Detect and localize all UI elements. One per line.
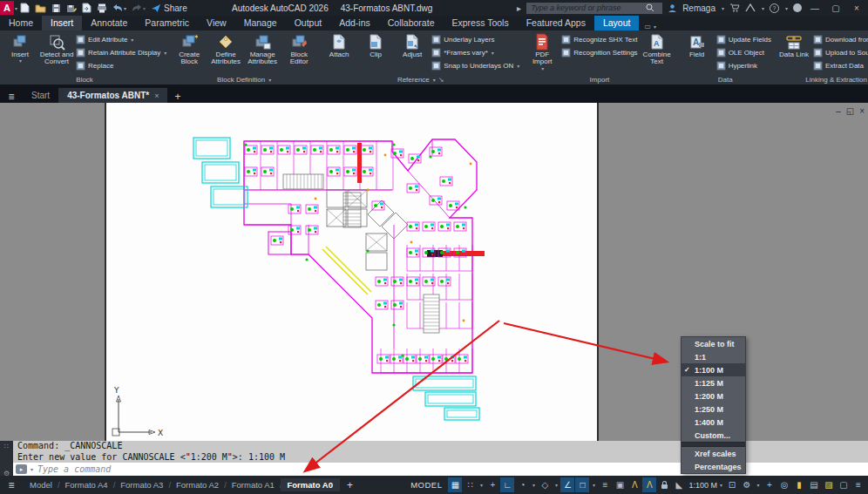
hyperlink-button[interactable]: Hyperlink <box>716 59 771 71</box>
scale-menu-item-percentages[interactable]: Percentages <box>682 460 745 473</box>
polar-tracking-icon[interactable]: ◔ <box>515 477 529 492</box>
annotation-visibility-icon[interactable]: Λ <box>627 477 641 492</box>
layout-tabs-menu-icon[interactable]: ≡ <box>0 479 23 491</box>
annotation-autoscale-icon[interactable]: Λ <box>642 477 656 492</box>
layout-tab-formato-a3[interactable]: Formato A3 <box>113 478 170 491</box>
file-tabs-menu-icon[interactable]: ≡ <box>0 91 23 103</box>
pdf-import-button[interactable]: PDF Import▾ <box>525 32 559 71</box>
save-icon[interactable] <box>49 0 64 16</box>
panel-label-reference[interactable]: Reference▾↘ <box>319 74 522 85</box>
layout-tab-formato-a0[interactable]: Formato A0 <box>281 478 340 491</box>
scale-menu-item-1-250-m[interactable]: 1:250 M <box>682 403 745 416</box>
user-caret-icon[interactable]: ▾ <box>722 5 724 11</box>
command-history-icon[interactable]: ∷ <box>4 443 9 450</box>
graphics-performance-icon[interactable]: ▮ <box>792 477 806 492</box>
define-attributes-button[interactable]: Define Attributes <box>208 32 243 66</box>
annotation-monitor-icon[interactable]: + <box>763 477 776 492</box>
scale-menu-item-1-100-m[interactable]: ✓1:100 M <box>682 363 745 376</box>
combine-text-button[interactable]: ACombine Text <box>640 32 675 66</box>
scale-menu-item-scale-to-fit[interactable]: Scale to fit <box>682 337 745 350</box>
frames-vary-button[interactable]: *Frames vary*▾ <box>431 46 519 58</box>
layout-tab-formato-a1[interactable]: Formato A1 <box>225 478 281 491</box>
vp-restore-button[interactable]: ◱ <box>846 106 854 116</box>
ribbon-tab-featured-apps[interactable]: Featured Apps <box>518 16 594 30</box>
detect-and-convert-button[interactable]: Detect and Convert <box>39 32 74 66</box>
model-paper-toggle[interactable]: MODEL <box>405 480 447 490</box>
workspace-gear-caret-icon[interactable]: ▾ <box>755 482 762 488</box>
restore-button[interactable]: ▢ <box>828 3 844 13</box>
extract-data-button[interactable]: Extract Data <box>813 59 868 71</box>
undo-caret-icon[interactable]: ▾ <box>124 5 126 11</box>
recognition-settings-button[interactable]: Recognition Settings <box>561 46 637 58</box>
snap-mode-caret-icon[interactable]: ▾ <box>478 482 485 488</box>
layout-tab-formato-a4[interactable]: Formato A4 <box>58 478 115 491</box>
isolate-objects-icon[interactable]: ◎ <box>777 477 791 492</box>
grid-display-icon[interactable]: ▦ <box>448 477 462 492</box>
layout-tab-formato-a2[interactable]: Formato A2 <box>169 478 226 491</box>
retain-attribute-display-caret-icon[interactable]: ▾ <box>164 50 166 56</box>
scale-menu-item-1-1[interactable]: 1:1 <box>682 350 745 363</box>
ribbon-collapse-button[interactable]: ▭ ▾ <box>644 23 656 30</box>
ui-lock-icon[interactable] <box>657 477 671 492</box>
vp-close-button[interactable]: × <box>859 106 865 116</box>
search-icon[interactable] <box>646 3 654 12</box>
ortho-mode-icon[interactable]: ∟ <box>500 477 514 492</box>
save-as-icon[interactable] <box>64 0 79 16</box>
ribbon-tab-insert[interactable]: Insert <box>42 16 82 30</box>
redo-caret-icon[interactable]: ▾ <box>143 5 146 11</box>
insert-caret-icon[interactable]: ▾ <box>19 58 22 64</box>
osnap-tracking-icon[interactable]: ∠ <box>560 477 574 492</box>
create-block-button[interactable]: ✶Create Block <box>172 32 207 66</box>
replace-button[interactable]: Replace <box>76 59 166 71</box>
snap-mode-icon[interactable]: ∷ <box>463 477 477 492</box>
undo-icon[interactable]: ▾ <box>110 0 129 16</box>
isometric-drafting-caret-icon[interactable]: ▾ <box>553 482 559 488</box>
snap-to-underlays-on-caret-icon[interactable]: ▾ <box>517 63 519 69</box>
help-caret-icon[interactable]: ▾ <box>785 5 788 11</box>
hardware-acceleration-icon[interactable]: ▤ <box>807 477 821 492</box>
ribbon-tab-parametric[interactable]: Parametric <box>136 16 198 30</box>
help-icon[interactable]: ? <box>770 3 779 13</box>
field-button[interactable]: AField <box>680 32 715 58</box>
panel-launcher-icon[interactable]: ↘ <box>438 76 444 84</box>
scale-menu-item-xref-scales[interactable]: Xref scales <box>682 447 745 460</box>
customization-icon[interactable]: ≡ <box>851 477 865 492</box>
file-tab-43-formatos-abnt[interactable]: 43-Formatos ABNT*× <box>58 88 167 103</box>
cart-icon[interactable] <box>729 3 740 12</box>
download-from-source-button[interactable]: Download from Source <box>813 33 868 45</box>
adjust-button[interactable]: Adjust <box>395 32 430 58</box>
vp-minimize-button[interactable]: – <box>836 106 841 116</box>
object-snap-icon[interactable]: □ <box>575 477 589 492</box>
new-layout-button[interactable]: + <box>340 479 360 491</box>
snap-to-underlays-on-button[interactable]: Snap to Underlays ON▾ <box>431 59 519 71</box>
export-icon[interactable] <box>79 0 94 16</box>
manage-attributes-button[interactable]: Manage Attributes <box>245 32 280 66</box>
block-editor-button[interactable]: Block Editor <box>281 32 316 66</box>
scale-menu-item-1-125-m[interactable]: 1:125 M <box>682 376 745 389</box>
open-folder-icon[interactable] <box>32 0 49 16</box>
user-name[interactable]: Remaga <box>682 3 715 13</box>
panel-label-import[interactable]: Import <box>522 74 676 85</box>
scale-menu-item-custom[interactable]: Custom... <box>682 429 745 442</box>
autodesk-app-icon[interactable] <box>745 3 756 12</box>
scale-menu-item-1-400-m[interactable]: 1:400 M <box>682 416 745 429</box>
edit-attribute-caret-icon[interactable]: ▾ <box>131 37 133 43</box>
frames-vary-caret-icon[interactable]: ▾ <box>492 50 494 56</box>
redo-icon[interactable]: ▾ <box>129 0 148 16</box>
recognize-shx-text-button[interactable]: Recognize SHX Text <box>561 33 637 45</box>
search-box[interactable] <box>526 3 662 14</box>
annotation-scale-icon-icon[interactable]: ◣ <box>672 477 686 492</box>
annotation-scale-caret-icon[interactable]: ▾ <box>720 482 722 488</box>
fullscreen-icon[interactable]: ▢ <box>837 477 851 492</box>
minimize-button[interactable]: — <box>807 3 823 13</box>
command-prompt-icon[interactable]: ▸ <box>16 464 27 474</box>
layout-paper[interactable]: YX <box>105 103 599 441</box>
file-tab-start[interactable]: Start <box>23 88 58 103</box>
ribbon-tab-view[interactable]: View <box>198 16 235 30</box>
object-snap-caret-icon[interactable]: ▾ <box>590 482 597 488</box>
autodesk-app-caret-icon[interactable]: ▾ <box>762 5 764 11</box>
insert-button[interactable]: Insert▾ <box>3 32 37 64</box>
close-button[interactable]: × <box>849 3 865 13</box>
selection-filter-icon[interactable]: ⊡ <box>725 477 739 492</box>
workspace-gear-icon[interactable]: ⚙ <box>740 477 754 492</box>
